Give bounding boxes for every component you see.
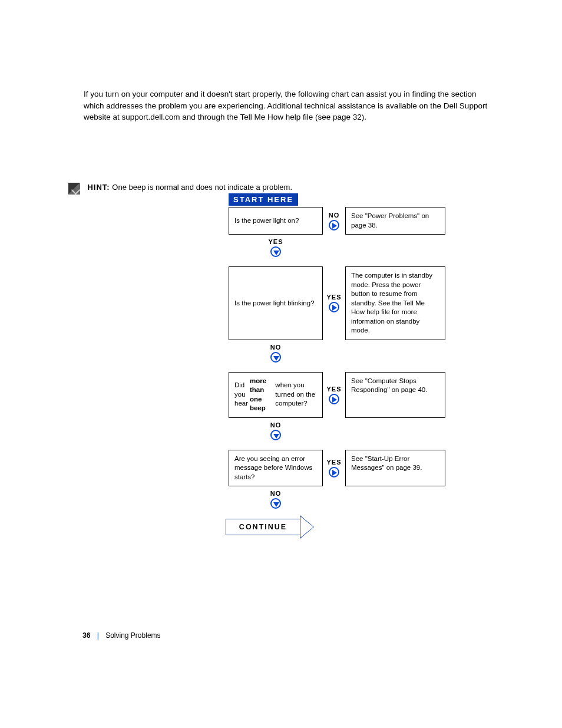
answer-box: See "Power Problems" on page 38. [345,207,445,235]
q-text: when you turned on the computer? [275,381,317,409]
branch-connector: YES [323,266,345,340]
question-box: Is the power light on? [229,207,323,235]
continue-label: CONTINUE [226,519,300,535]
arrow-down-icon [270,246,281,257]
answer-box: See "Start-Up Error Messages" on page 39… [345,450,445,487]
page-footer: 36 | Solving Problems [82,631,161,640]
question-box: Is the power light blinking? [229,266,323,340]
q-text-bold: more than one beep [250,377,275,413]
intro-paragraph: If you turn on your computer and it does… [84,88,496,123]
arrowhead-icon [300,515,314,539]
q-text: Did you hear [234,381,250,409]
down-label: NO [229,490,323,497]
hint-text: One beep is normal and does not indicate… [112,183,292,192]
down-connector: NO [229,418,323,449]
flow-row: Is the power light blinking? YES The com… [229,266,500,340]
down-label: NO [229,421,323,429]
flow-row: Did you hear more than one beep when you… [229,372,500,418]
flow-row: Is the power light on? NO See "Power Pro… [229,207,500,235]
continue-arrow: CONTINUE [226,517,326,537]
arrow-down-icon [270,352,281,363]
question-box: Did you hear more than one beep when you… [229,372,323,418]
hint-label: HINT: [87,183,110,192]
note-icon [68,183,80,195]
down-label: NO [229,344,323,351]
page-number: 36 [82,631,90,640]
branch-label: YES [326,459,341,466]
down-connector: NO [229,340,323,371]
branch-label: YES [326,386,341,393]
branch-label: YES [326,294,341,301]
arrow-down-icon [270,498,281,509]
branch-connector: YES [323,372,345,418]
branch-connector: NO [323,207,345,235]
arrow-right-icon [329,302,339,312]
footer-separator: | [97,631,99,640]
question-box: Are you seeing an error message before W… [229,450,323,487]
branch-label: NO [329,212,340,219]
down-connector: NO [229,486,323,517]
down-label: YES [229,238,323,245]
section-title: Solving Problems [105,631,160,640]
down-connector: YES [229,235,323,265]
flowchart: START HERE Is the power light on? NO See… [229,193,500,537]
flow-row: Are you seeing an error message before W… [229,450,500,487]
arrow-right-icon [329,394,339,404]
arrow-down-icon [270,430,281,440]
answer-box: See "Computer Stops Responding" on page … [345,372,445,418]
hint-note: HINT: One beep is normal and does not in… [68,183,492,195]
branch-connector: YES [323,450,345,487]
arrow-right-icon [329,220,339,230]
start-here-label: START HERE [229,193,298,206]
answer-box: The computer is in standby mode. Press t… [345,266,445,340]
arrow-right-icon [329,467,339,477]
